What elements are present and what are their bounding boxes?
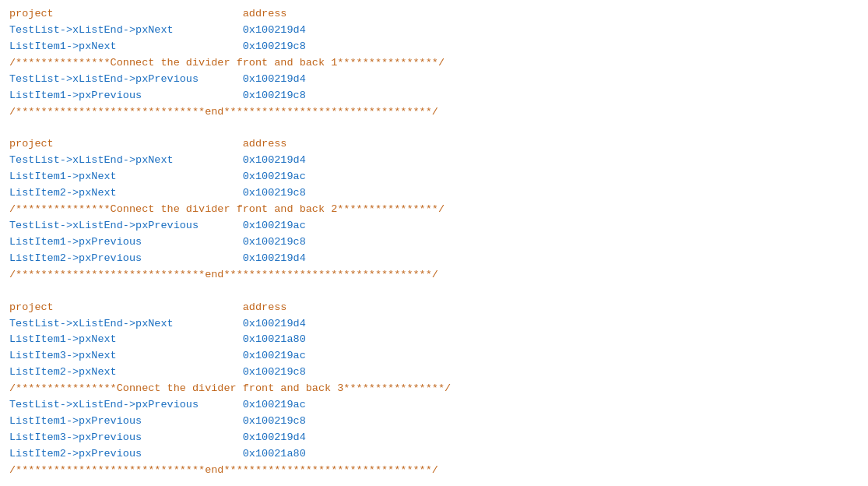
data-col1: ListItem1->pxNext [9,40,117,52]
code-line: TestList->xListEnd->pxNext 0x100219d4 [9,153,859,169]
data-col1: ListItem1->pxNext [9,171,117,182]
data-gap [142,90,243,101]
code-line [9,120,859,136]
code-display: project addressTestList->xListEnd->pxNex… [9,6,859,479]
data-col2: 0x100219d4 [243,154,306,166]
header-gap [54,301,243,313]
data-col1: TestList->xListEnd->pxPrevious [9,399,199,410]
header-col2: address [243,8,287,19]
code-line: ListItem3->pxNext 0x100219ac [9,348,859,364]
header-col1: project [9,301,54,313]
code-line: project address [9,300,859,316]
data-col2: 0x100219d4 [243,24,306,36]
comment-text: /***************Connect the divider fron… [9,57,445,69]
data-col1: ListItem3->pxNext [9,350,117,361]
data-col1: ListItem2->pxNext [9,366,117,378]
code-line: TestList->xListEnd->pxPrevious 0x100219a… [9,218,859,234]
data-col2: 0x100219ac [243,350,306,361]
data-gap [117,171,243,182]
data-gap [174,154,243,166]
code-line: project address [9,6,859,23]
data-gap [117,350,243,361]
data-gap [199,220,243,231]
comment-end-text: /******************************end******… [9,106,438,118]
data-gap [117,366,243,378]
data-col1: TestList->xListEnd->pxNext [9,24,174,36]
code-line: /****************Connect the divider fro… [9,381,859,397]
data-col1: ListItem2->pxPrevious [9,252,142,264]
data-gap [117,333,243,345]
code-line: ListItem1->pxPrevious 0x100219c8 [9,88,859,104]
data-gap [142,431,243,443]
comment-end-text: /******************************end******… [9,269,438,280]
data-gap [117,187,243,199]
data-gap [142,415,243,427]
code-line: ListItem3->pxPrevious 0x100219d4 [9,430,859,446]
data-gap [174,24,243,36]
data-col1: ListItem2->pxNext [9,187,117,199]
data-col2: 0x100219ac [243,399,306,410]
header-col1: project [9,8,54,19]
code-line: ListItem1->pxNext 0x10021a80 [9,332,859,348]
data-col1: TestList->xListEnd->pxPrevious [9,73,199,85]
data-gap [199,399,243,410]
comment-text: /****************Connect the divider fro… [9,382,451,394]
code-line: /******************************end******… [9,267,859,284]
data-col2: 0x10021a80 [243,333,306,345]
header-col2: address [243,138,287,150]
code-line: TestList->xListEnd->pxNext 0x100219d4 [9,23,859,39]
data-col2: 0x100219ac [243,171,306,182]
data-col1: TestList->xListEnd->pxPrevious [9,220,199,231]
header-gap [54,8,243,19]
code-line: ListItem2->pxNext 0x100219c8 [9,364,859,381]
code-line: ListItem1->pxNext 0x100219c8 [9,39,859,55]
code-line: TestList->xListEnd->pxPrevious 0x100219d… [9,72,859,88]
code-line: TestList->xListEnd->pxNext 0x100219d4 [9,316,859,333]
data-col2: 0x100219c8 [243,236,306,248]
code-line: /******************************end******… [9,104,859,121]
code-line: /******************************end******… [9,463,859,479]
code-line: /***************Connect the divider fron… [9,202,859,218]
data-gap [142,448,243,460]
data-col2: 0x10021a80 [243,448,306,460]
data-col2: 0x100219d4 [243,252,306,264]
data-gap [142,252,243,264]
data-col1: ListItem2->pxPrevious [9,448,142,460]
data-col1: ListItem1->pxPrevious [9,90,142,101]
header-col1: project [9,138,54,150]
data-col2: 0x100219d4 [243,431,306,443]
code-line: /***************Connect the divider fron… [9,55,859,72]
data-col2: 0x100219d4 [243,318,306,329]
data-gap [199,73,243,85]
data-col1: TestList->xListEnd->pxNext [9,154,174,166]
comment-end-text: /******************************end******… [9,464,438,476]
header-gap [54,138,243,150]
comment-text: /***************Connect the divider fron… [9,203,445,215]
code-line: ListItem2->pxNext 0x100219c8 [9,185,859,202]
data-col2: 0x100219c8 [243,90,306,101]
code-line: TestList->xListEnd->pxPrevious 0x100219a… [9,397,859,414]
data-col2: 0x100219c8 [243,40,306,52]
code-line [9,284,859,300]
code-line: ListItem2->pxPrevious 0x100219d4 [9,251,859,267]
header-col2: address [243,301,287,313]
data-col2: 0x100219c8 [243,366,306,378]
code-line: project address [9,136,859,153]
code-line: ListItem1->pxPrevious 0x100219c8 [9,414,859,430]
data-gap [174,318,243,329]
data-col2: 0x100219d4 [243,73,306,85]
data-col1: ListItem1->pxPrevious [9,415,142,427]
data-col1: ListItem3->pxPrevious [9,431,142,443]
data-col2: 0x100219c8 [243,187,306,199]
data-col2: 0x100219ac [243,220,306,231]
data-gap [117,40,243,52]
data-col1: TestList->xListEnd->pxNext [9,318,174,329]
data-col1: ListItem1->pxNext [9,333,117,345]
data-gap [142,236,243,248]
data-col2: 0x100219c8 [243,415,306,427]
code-line: ListItem2->pxPrevious 0x10021a80 [9,446,859,463]
data-col1: ListItem1->pxPrevious [9,236,142,248]
code-line: ListItem1->pxPrevious 0x100219c8 [9,234,859,251]
code-line: ListItem1->pxNext 0x100219ac [9,169,859,185]
